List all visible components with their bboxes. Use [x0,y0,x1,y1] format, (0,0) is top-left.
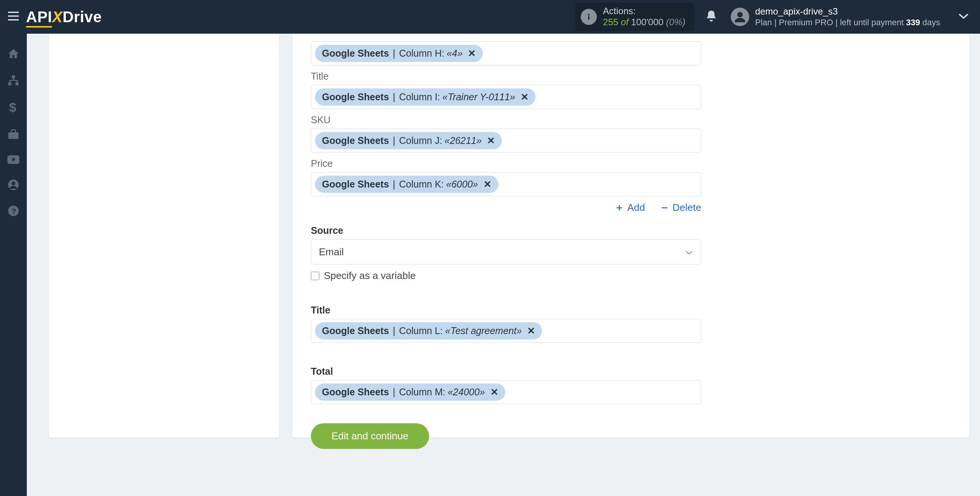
tag-total: Google Sheets | Column M: «24000» ✕ [315,383,505,401]
label-title2: Title [311,305,701,316]
tag-title1: Google Sheets | Column I: «Trainer Y-011… [315,88,536,106]
add-button[interactable]: Add [615,202,645,214]
actions-label: Actions: [603,6,685,17]
logo-api: API [26,8,52,28]
sidebar-home-icon[interactable] [7,47,20,61]
sidebar-account-icon[interactable] [8,179,19,192]
field-title1-input[interactable]: Google Sheets | Column I: «Trainer Y-011… [311,85,701,109]
svg-rect-8 [15,82,18,85]
svg-rect-10 [8,132,19,139]
field-price-input[interactable]: Google Sheets | Column K: «6000» ✕ [311,172,701,196]
user-menu-chevron-icon[interactable] [958,12,969,21]
plan-suffix: | left until payment [835,18,903,27]
plan-days-label: days [923,18,940,27]
tag-remove-icon[interactable]: ✕ [527,325,535,336]
actions-pct: (0%) [666,17,686,27]
svg-text:?: ? [11,207,16,215]
source-variable-label: Specify as a variable [324,270,416,282]
svg-rect-6 [12,75,15,78]
svg-rect-7 [8,82,11,85]
sidebar-connections-icon[interactable] [7,74,20,88]
sidebar-video-icon[interactable] [7,155,20,166]
sidebar-help-icon[interactable]: ? [8,205,19,218]
tag-remove-icon[interactable]: ✕ [521,91,529,103]
label-sku: SKU [311,114,701,126]
actions-counter[interactable]: Actions: 255 of 100'000 (0%) [575,3,694,31]
source-selected: Email [319,246,344,258]
tag-remove-icon[interactable]: ✕ [487,135,495,146]
field-sku-input[interactable]: Google Sheets | Column J: «26211» ✕ [311,129,701,153]
notifications-icon[interactable] [705,10,718,24]
delete-button[interactable]: Delete [660,202,701,214]
menu-toggle-icon[interactable] [7,11,20,23]
tag-title2: Google Sheets | Column L: «Test agreemen… [315,322,542,339]
svg-point-5 [737,12,742,17]
actions-of: of [621,17,629,27]
info-icon [581,9,597,25]
sidebar-billing-icon[interactable]: $ [8,101,19,116]
user-menu[interactable]: demo_apix-drive_s3 Plan | Premium PRO | … [731,6,941,28]
avatar-icon [731,8,749,26]
plan-days: 339 [906,18,920,27]
label-price: Price [311,158,701,169]
svg-point-3 [588,14,590,16]
chevron-down-icon [685,246,693,258]
plan-prefix: Plan | [755,18,777,27]
label-total: Total [311,366,701,377]
username: demo_apix-drive_s3 [755,6,941,17]
edit-continue-button[interactable]: Edit and continue [311,423,429,449]
field-total-input[interactable]: Google Sheets | Column M: «24000» ✕ [311,380,701,404]
source-variable-checkbox[interactable] [311,272,319,280]
svg-rect-4 [588,16,590,20]
actions-count: 255 [603,17,618,27]
svg-point-14 [11,181,15,185]
label-title1: Title [311,71,701,82]
tag-remove-icon[interactable]: ✕ [490,387,498,398]
field-title2-input[interactable]: Google Sheets | Column L: «Test agreemen… [311,319,701,343]
tag-sku: Google Sheets | Column J: «26211» ✕ [315,132,502,149]
logo[interactable]: APIXDrive [26,8,102,26]
actions-total: 100'000 [631,17,663,27]
sidebar-briefcase-icon[interactable] [7,129,20,142]
header-bar: APIXDrive Actions: 255 of 100'000 (0%) d… [0,0,980,34]
label-source: Source [311,225,701,236]
sidebar: $ ? [0,34,27,496]
right-panel: Google Sheets | Column H: «4» ✕ Title Go… [292,34,969,437]
logo-drive: Drive [62,8,102,25]
field-qty-input[interactable]: Google Sheets | Column H: «4» ✕ [311,41,701,65]
plan-name: Premium PRO [779,18,833,27]
left-panel [49,34,279,437]
tag-price: Google Sheets | Column K: «6000» ✕ [315,176,498,193]
tag-qty: Google Sheets | Column H: «4» ✕ [315,45,483,62]
main-content: Google Sheets | Column H: «4» ✕ Title Go… [27,34,980,496]
tag-remove-icon[interactable]: ✕ [483,179,492,190]
tag-remove-icon[interactable]: ✕ [468,48,476,59]
svg-text:$: $ [9,101,16,114]
source-select[interactable]: Email [311,239,701,264]
